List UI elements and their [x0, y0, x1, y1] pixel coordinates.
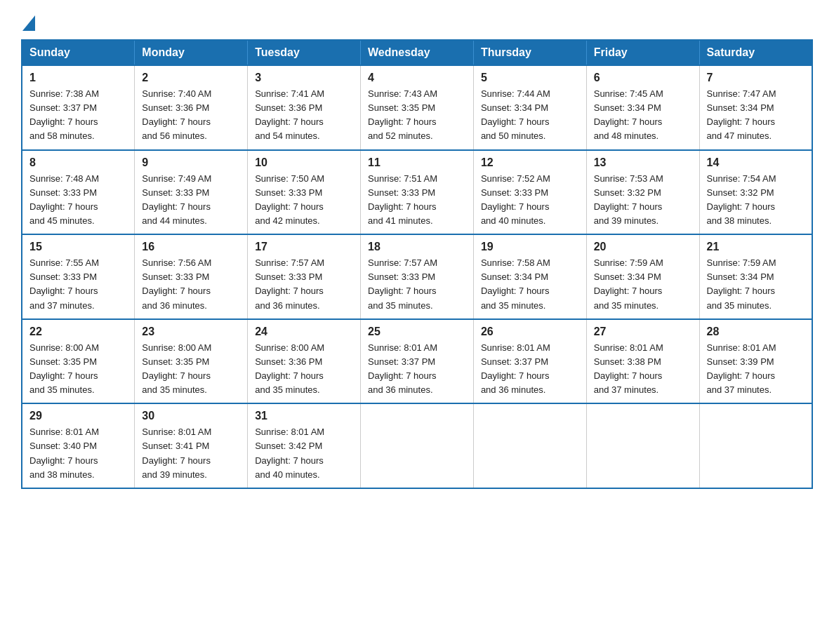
- day-number: 9: [142, 156, 240, 169]
- day-info: Sunrise: 7:59 AMSunset: 3:34 PMDaylight:…: [594, 256, 692, 313]
- calendar-cell: 1Sunrise: 7:38 AMSunset: 3:37 PMDaylight…: [22, 65, 135, 150]
- day-info: Sunrise: 7:54 AMSunset: 3:32 PMDaylight:…: [707, 172, 805, 229]
- calendar-cell: 19Sunrise: 7:58 AMSunset: 3:34 PMDayligh…: [473, 234, 586, 319]
- day-info: Sunrise: 7:55 AMSunset: 3:33 PMDaylight:…: [29, 256, 127, 313]
- day-info: Sunrise: 7:53 AMSunset: 3:32 PMDaylight:…: [594, 172, 692, 229]
- col-header-wednesday: Wednesday: [361, 40, 474, 65]
- calendar-week-row: 15Sunrise: 7:55 AMSunset: 3:33 PMDayligh…: [22, 234, 812, 319]
- calendar-cell: 28Sunrise: 8:01 AMSunset: 3:39 PMDayligh…: [699, 319, 812, 404]
- calendar-week-row: 1Sunrise: 7:38 AMSunset: 3:37 PMDaylight…: [22, 65, 812, 150]
- calendar-cell: [586, 403, 699, 488]
- day-number: 2: [142, 72, 240, 84]
- calendar-cell: 7Sunrise: 7:47 AMSunset: 3:34 PMDaylight…: [699, 65, 812, 150]
- calendar-cell: 8Sunrise: 7:48 AMSunset: 3:33 PMDaylight…: [22, 150, 135, 235]
- day-number: 26: [481, 326, 579, 338]
- day-number: 27: [594, 326, 692, 338]
- calendar-cell: 26Sunrise: 8:01 AMSunset: 3:37 PMDayligh…: [473, 319, 586, 404]
- col-header-friday: Friday: [586, 40, 699, 65]
- calendar-cell: 12Sunrise: 7:52 AMSunset: 3:33 PMDayligh…: [473, 150, 586, 235]
- day-info: Sunrise: 8:01 AMSunset: 3:42 PMDaylight:…: [255, 425, 353, 482]
- day-info: Sunrise: 8:01 AMSunset: 3:39 PMDaylight:…: [707, 341, 805, 398]
- day-info: Sunrise: 7:40 AMSunset: 3:36 PMDaylight:…: [142, 87, 240, 144]
- day-number: 22: [29, 326, 127, 338]
- day-info: Sunrise: 7:52 AMSunset: 3:33 PMDaylight:…: [481, 172, 579, 229]
- day-info: Sunrise: 8:00 AMSunset: 3:35 PMDaylight:…: [142, 341, 240, 398]
- day-info: Sunrise: 8:01 AMSunset: 3:38 PMDaylight:…: [594, 341, 692, 398]
- day-number: 6: [594, 72, 692, 84]
- day-number: 25: [368, 326, 466, 338]
- day-number: 8: [29, 156, 127, 169]
- calendar-week-row: 8Sunrise: 7:48 AMSunset: 3:33 PMDaylight…: [22, 150, 812, 235]
- day-info: Sunrise: 8:00 AMSunset: 3:35 PMDaylight:…: [29, 341, 127, 398]
- day-number: 23: [142, 326, 240, 338]
- logo-top: [21, 14, 37, 29]
- calendar-cell: [361, 403, 474, 488]
- calendar-cell: [699, 403, 812, 488]
- calendar-table: SundayMondayTuesdayWednesdayThursdayFrid…: [21, 39, 813, 489]
- logo-triangle-icon: [22, 15, 35, 31]
- day-info: Sunrise: 7:47 AMSunset: 3:34 PMDaylight:…: [707, 87, 805, 144]
- calendar-cell: 25Sunrise: 8:01 AMSunset: 3:37 PMDayligh…: [361, 319, 474, 404]
- day-number: 11: [368, 156, 466, 169]
- day-number: 30: [142, 410, 240, 422]
- day-info: Sunrise: 7:59 AMSunset: 3:34 PMDaylight:…: [707, 256, 805, 313]
- day-info: Sunrise: 7:38 AMSunset: 3:37 PMDaylight:…: [29, 87, 127, 144]
- day-number: 29: [29, 410, 127, 422]
- calendar-cell: 10Sunrise: 7:50 AMSunset: 3:33 PMDayligh…: [248, 150, 361, 235]
- page-header: [21, 14, 813, 27]
- day-number: 10: [255, 156, 353, 169]
- calendar-cell: 27Sunrise: 8:01 AMSunset: 3:38 PMDayligh…: [586, 319, 699, 404]
- col-header-tuesday: Tuesday: [248, 40, 361, 65]
- calendar-cell: 16Sunrise: 7:56 AMSunset: 3:33 PMDayligh…: [135, 234, 248, 319]
- calendar-header-row: SundayMondayTuesdayWednesdayThursdayFrid…: [22, 40, 812, 65]
- calendar-cell: 30Sunrise: 8:01 AMSunset: 3:41 PMDayligh…: [135, 403, 248, 488]
- day-info: Sunrise: 8:00 AMSunset: 3:36 PMDaylight:…: [255, 341, 353, 398]
- day-info: Sunrise: 7:43 AMSunset: 3:35 PMDaylight:…: [368, 87, 466, 144]
- calendar-cell: 21Sunrise: 7:59 AMSunset: 3:34 PMDayligh…: [699, 234, 812, 319]
- calendar-cell: 22Sunrise: 8:00 AMSunset: 3:35 PMDayligh…: [22, 319, 135, 404]
- day-number: 28: [707, 326, 805, 338]
- calendar-cell: 23Sunrise: 8:00 AMSunset: 3:35 PMDayligh…: [135, 319, 248, 404]
- day-info: Sunrise: 8:01 AMSunset: 3:41 PMDaylight:…: [142, 425, 240, 482]
- day-number: 31: [255, 410, 353, 422]
- day-info: Sunrise: 7:57 AMSunset: 3:33 PMDaylight:…: [368, 256, 466, 313]
- calendar-cell: 14Sunrise: 7:54 AMSunset: 3:32 PMDayligh…: [699, 150, 812, 235]
- col-header-thursday: Thursday: [473, 40, 586, 65]
- day-info: Sunrise: 7:45 AMSunset: 3:34 PMDaylight:…: [594, 87, 692, 144]
- day-info: Sunrise: 7:49 AMSunset: 3:33 PMDaylight:…: [142, 172, 240, 229]
- day-number: 3: [255, 72, 353, 84]
- day-info: Sunrise: 7:56 AMSunset: 3:33 PMDaylight:…: [142, 256, 240, 313]
- day-info: Sunrise: 8:01 AMSunset: 3:37 PMDaylight:…: [368, 341, 466, 398]
- day-number: 1: [29, 72, 127, 84]
- calendar-cell: 3Sunrise: 7:41 AMSunset: 3:36 PMDaylight…: [248, 65, 361, 150]
- day-number: 5: [481, 72, 579, 84]
- calendar-cell: 20Sunrise: 7:59 AMSunset: 3:34 PMDayligh…: [586, 234, 699, 319]
- col-header-sunday: Sunday: [22, 40, 135, 65]
- calendar-cell: 29Sunrise: 8:01 AMSunset: 3:40 PMDayligh…: [22, 403, 135, 488]
- col-header-monday: Monday: [135, 40, 248, 65]
- day-number: 19: [481, 241, 579, 253]
- calendar-cell: 18Sunrise: 7:57 AMSunset: 3:33 PMDayligh…: [361, 234, 474, 319]
- day-number: 15: [29, 241, 127, 253]
- day-number: 14: [707, 156, 805, 169]
- calendar-cell: 13Sunrise: 7:53 AMSunset: 3:32 PMDayligh…: [586, 150, 699, 235]
- day-info: Sunrise: 7:48 AMSunset: 3:33 PMDaylight:…: [29, 172, 127, 229]
- day-info: Sunrise: 7:44 AMSunset: 3:34 PMDaylight:…: [481, 87, 579, 144]
- calendar-week-row: 29Sunrise: 8:01 AMSunset: 3:40 PMDayligh…: [22, 403, 812, 488]
- logo: [21, 14, 37, 27]
- calendar-cell: 4Sunrise: 7:43 AMSunset: 3:35 PMDaylight…: [361, 65, 474, 150]
- calendar-cell: 5Sunrise: 7:44 AMSunset: 3:34 PMDaylight…: [473, 65, 586, 150]
- day-info: Sunrise: 7:57 AMSunset: 3:33 PMDaylight:…: [255, 256, 353, 313]
- day-info: Sunrise: 7:58 AMSunset: 3:34 PMDaylight:…: [481, 256, 579, 313]
- calendar-cell: 31Sunrise: 8:01 AMSunset: 3:42 PMDayligh…: [248, 403, 361, 488]
- day-info: Sunrise: 7:51 AMSunset: 3:33 PMDaylight:…: [368, 172, 466, 229]
- day-number: 17: [255, 241, 353, 253]
- calendar-cell: 24Sunrise: 8:00 AMSunset: 3:36 PMDayligh…: [248, 319, 361, 404]
- col-header-saturday: Saturday: [699, 40, 812, 65]
- day-number: 4: [368, 72, 466, 84]
- calendar-cell: [473, 403, 586, 488]
- day-number: 13: [594, 156, 692, 169]
- day-info: Sunrise: 7:50 AMSunset: 3:33 PMDaylight:…: [255, 172, 353, 229]
- day-info: Sunrise: 7:41 AMSunset: 3:36 PMDaylight:…: [255, 87, 353, 144]
- calendar-cell: 2Sunrise: 7:40 AMSunset: 3:36 PMDaylight…: [135, 65, 248, 150]
